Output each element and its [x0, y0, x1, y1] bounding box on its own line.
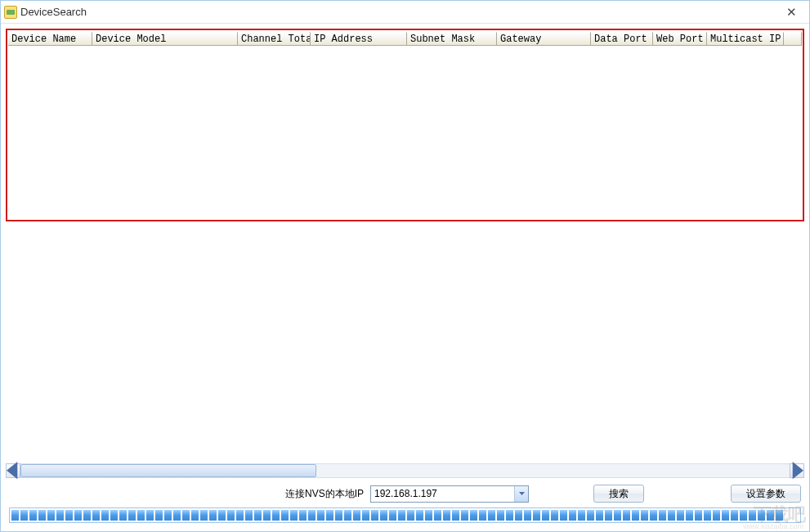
progress-segment	[11, 510, 19, 521]
local-ip-label: 连接NVS的本地IP	[285, 487, 364, 501]
progress-segment	[659, 510, 666, 521]
progress-bar	[9, 507, 801, 523]
progress-segment	[128, 510, 136, 521]
progress-segment	[623, 510, 630, 521]
progress-segment	[767, 510, 774, 521]
progress-segment	[632, 510, 639, 521]
progress-segment	[479, 510, 486, 521]
progress-segment	[119, 510, 127, 521]
window-title: DeviceSearch	[20, 6, 775, 18]
progress-segment	[155, 510, 163, 521]
progress-segment	[236, 510, 244, 521]
progress-segment	[722, 510, 729, 521]
progress-segment	[164, 510, 172, 521]
column-header[interactable]: Channel Total	[238, 32, 311, 46]
progress-segment	[173, 510, 181, 521]
progress-segment	[461, 510, 468, 521]
device-table-highlight: Device NameDevice ModelChannel TotalIP A…	[6, 29, 804, 221]
progress-segment	[371, 510, 378, 521]
progress-segment	[470, 510, 477, 521]
progress-segment	[713, 510, 720, 521]
progress-segment	[740, 510, 747, 521]
progress-segment	[326, 510, 333, 521]
progress-segment	[92, 510, 100, 521]
progress-segment	[416, 510, 423, 521]
progress-segment	[380, 510, 387, 521]
progress-segment	[758, 510, 765, 521]
progress-segment	[191, 510, 199, 521]
progress-segment	[605, 510, 612, 521]
progress-segment	[281, 510, 289, 521]
progress-segment	[218, 510, 226, 521]
progress-segment	[407, 510, 414, 521]
progress-segment	[272, 510, 280, 521]
progress-segment	[101, 510, 109, 521]
progress-segment	[299, 510, 307, 521]
progress-segment	[731, 510, 738, 521]
progress-segment	[38, 510, 46, 521]
progress-segment	[56, 510, 64, 521]
app-window: DeviceSearch ✕ Device NameDevice ModelCh…	[0, 0, 810, 532]
settings-button[interactable]: 设置参数	[731, 485, 801, 503]
table-body[interactable]	[8, 46, 802, 219]
local-ip-combo[interactable]	[370, 485, 529, 503]
close-icon[interactable]: ✕	[775, 2, 808, 22]
progress-segment	[389, 510, 396, 521]
dropdown-button[interactable]	[514, 486, 528, 502]
progress-segment	[182, 510, 190, 521]
progress-segment	[254, 510, 262, 521]
scroll-thumb[interactable]	[20, 464, 316, 477]
progress-segment	[290, 510, 298, 521]
titlebar[interactable]: DeviceSearch ✕	[1, 1, 809, 24]
progress-segment	[776, 510, 783, 521]
local-ip-input[interactable]	[371, 486, 514, 502]
progress-segment	[317, 510, 324, 521]
column-header[interactable]: Multicast IP	[707, 32, 784, 46]
column-header[interactable]: IP Address	[311, 32, 407, 46]
progress-segment	[137, 510, 145, 521]
column-header[interactable]: Web Port	[653, 32, 707, 46]
column-header[interactable]: Data Port	[591, 32, 653, 46]
progress-segment	[533, 510, 540, 521]
column-header-stub	[784, 32, 802, 46]
progress-segment	[29, 510, 37, 521]
progress-segment	[524, 510, 531, 521]
progress-segment	[686, 510, 693, 521]
progress-segment	[83, 510, 91, 521]
scroll-right-button[interactable]	[790, 463, 804, 478]
progress-segment	[362, 510, 369, 521]
column-header[interactable]: Device Model	[92, 32, 238, 46]
progress-segment	[398, 510, 405, 521]
scroll-left-button[interactable]	[6, 463, 20, 478]
progress-segment	[308, 510, 315, 521]
progress-segment	[749, 510, 756, 521]
column-header[interactable]: Gateway	[497, 32, 591, 46]
progress-segment	[353, 510, 360, 521]
progress-segment	[641, 510, 648, 521]
progress-segment	[695, 510, 702, 521]
progress-segment	[488, 510, 495, 521]
progress-segment	[20, 510, 28, 521]
progress-segment	[452, 510, 459, 521]
column-header[interactable]: Subnet Mask	[407, 32, 497, 46]
progress-segment	[497, 510, 504, 521]
progress-segment	[344, 510, 351, 521]
progress-segment	[515, 510, 522, 521]
progress-segment	[146, 510, 154, 521]
bottom-controls: 连接NVS的本地IP 搜索 设置参数	[6, 480, 804, 507]
spacer	[6, 221, 804, 463]
content-area: Device NameDevice ModelChannel TotalIP A…	[1, 24, 809, 531]
progress-segment	[425, 510, 432, 521]
horizontal-scrollbar[interactable]	[6, 463, 804, 478]
scroll-track[interactable]	[20, 463, 790, 478]
progress-segment	[578, 510, 585, 521]
search-button[interactable]: 搜索	[593, 485, 644, 503]
column-header[interactable]: Device Name	[8, 32, 92, 46]
progress-segment	[704, 510, 711, 521]
progress-segment	[614, 510, 621, 521]
progress-segment	[434, 510, 441, 521]
progress-segment	[209, 510, 217, 521]
progress-segment	[668, 510, 675, 521]
progress-segment	[542, 510, 549, 521]
progress-segment	[587, 510, 594, 521]
